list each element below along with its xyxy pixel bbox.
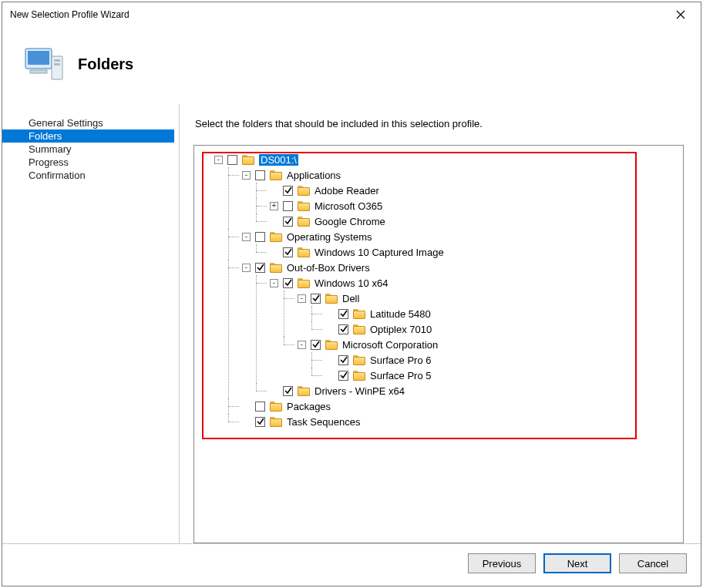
folder-icon (353, 370, 365, 381)
checkbox[interactable] (283, 386, 293, 396)
folder-tree-panel[interactable]: -DS001:\-ApplicationsAdobe Reader+Micros… (193, 145, 684, 543)
tree-row[interactable]: Surface Pro 6 (325, 352, 432, 368)
folder-icon (270, 231, 282, 242)
checkbox[interactable] (255, 417, 265, 427)
checkbox[interactable] (255, 232, 265, 242)
tree-node: -Operating SystemsWindows 10 Captured Im… (228, 229, 680, 260)
collapse-icon[interactable]: - (242, 264, 251, 272)
tree-node: -ApplicationsAdobe Reader+Microsoft O365… (228, 167, 680, 229)
tree-node-label[interactable]: Adobe Reader (314, 185, 379, 197)
tree-row[interactable]: Latitude 5480 (325, 306, 431, 321)
tree-node-label[interactable]: Drivers - WinPE x64 (314, 385, 405, 397)
wizard-footer: Previous Next Cancel (2, 543, 701, 586)
sidebar-item-general-settings[interactable]: General Settings (2, 116, 174, 129)
next-button[interactable]: Next (543, 553, 611, 573)
svg-rect-4 (54, 59, 60, 62)
svg-rect-2 (30, 70, 47, 73)
collapse-icon[interactable]: - (214, 156, 223, 164)
tree-row[interactable]: -Microsoft Corporation (298, 337, 438, 352)
computer-icon (22, 42, 66, 86)
tree-row[interactable]: Windows 10 Captured Image (270, 244, 444, 260)
checkbox[interactable] (338, 371, 348, 381)
content-area: Select the folders that should be includ… (180, 104, 701, 543)
tree-row[interactable]: Packages (242, 398, 331, 414)
folder-icon (270, 416, 282, 427)
instruction-text: Select the folders that should be includ… (195, 118, 684, 129)
folder-icon (353, 324, 365, 334)
collapse-icon[interactable]: - (298, 294, 306, 303)
tree-node-label[interactable]: Microsoft Corporation (342, 339, 438, 351)
close-button[interactable] (665, 4, 696, 25)
tree-node: +Microsoft O365 (256, 198, 680, 213)
sidebar-item-summary[interactable]: Summary (2, 143, 174, 156)
checkbox[interactable] (311, 294, 321, 304)
tree-node-label[interactable]: Microsoft O365 (314, 200, 382, 212)
tree-node-label[interactable]: Windows 10 Captured Image (314, 247, 444, 258)
checkbox[interactable] (283, 247, 293, 257)
tree-node-label[interactable]: Surface Pro 6 (370, 354, 432, 366)
tree-node: Surface Pro 6 (311, 352, 680, 368)
tree-node: -Windows 10 x64-DellLatitude 5480Optiple… (256, 275, 680, 383)
checkbox[interactable] (311, 340, 321, 350)
checkbox[interactable] (283, 201, 293, 211)
tree-row[interactable]: Task Sequences (242, 414, 360, 429)
previous-button[interactable]: Previous (468, 553, 536, 573)
tree-row[interactable]: +Microsoft O365 (270, 198, 382, 213)
checkbox[interactable] (338, 324, 348, 334)
tree-row[interactable]: Google Chrome (270, 213, 385, 229)
tree-node-label[interactable]: Packages (287, 401, 331, 412)
tree-row[interactable]: -Operating Systems (242, 229, 372, 244)
wizard-window: New Selection Profile Wizard Folders Gen… (2, 2, 701, 586)
checkbox[interactable] (338, 355, 348, 365)
tree-node-label[interactable]: Google Chrome (314, 216, 385, 227)
collapse-icon[interactable]: - (242, 233, 251, 241)
tree-row[interactable]: Adobe Reader (270, 183, 379, 198)
checkbox[interactable] (283, 186, 293, 196)
checkbox[interactable] (227, 155, 237, 165)
tree-node: Windows 10 Captured Image (256, 244, 680, 260)
tree-node-label[interactable]: Applications (287, 170, 341, 181)
folder-icon (298, 216, 310, 227)
tree-node: Google Chrome (256, 213, 680, 229)
sidebar-item-folders[interactable]: Folders (2, 129, 174, 143)
tree-node-label[interactable]: Operating Systems (287, 231, 372, 243)
checkbox[interactable] (255, 263, 265, 273)
tree-node-label[interactable]: DS001:\ (259, 154, 298, 166)
checkbox[interactable] (255, 170, 265, 180)
tree-row[interactable]: Optiplex 7010 (325, 321, 432, 337)
tree-node-label[interactable]: Latitude 5480 (370, 308, 431, 320)
collapse-icon[interactable]: - (298, 341, 306, 349)
titlebar: New Selection Profile Wizard (2, 2, 701, 27)
checkbox[interactable] (255, 402, 265, 412)
tree-node: -DellLatitude 5480Optiplex 7010 (284, 291, 680, 337)
folder-icon (353, 354, 365, 365)
tree-row[interactable]: -Dell (298, 291, 359, 306)
collapse-icon[interactable]: - (270, 279, 278, 287)
sidebar-item-confirmation[interactable]: Confirmation (2, 169, 174, 182)
tree-node-label[interactable]: Optiplex 7010 (370, 324, 432, 335)
tree-node-label[interactable]: Dell (342, 293, 359, 304)
tree-row[interactable]: -DS001:\ (214, 152, 298, 167)
window-title: New Selection Profile Wizard (10, 9, 130, 20)
tree-node-label[interactable]: Surface Pro 5 (370, 370, 432, 381)
folder-tree[interactable]: -DS001:\-ApplicationsAdobe Reader+Micros… (197, 152, 680, 429)
folder-icon (298, 200, 310, 211)
checkbox[interactable] (283, 278, 293, 288)
wizard-body: General SettingsFoldersSummaryProgressCo… (2, 104, 701, 543)
collapse-icon[interactable]: - (242, 171, 251, 180)
tree-node-label[interactable]: Out-of-Box Drivers (287, 262, 370, 274)
folder-icon (298, 277, 310, 288)
tree-row[interactable]: Drivers - WinPE x64 (270, 383, 405, 398)
tree-row[interactable]: Surface Pro 5 (325, 368, 432, 383)
sidebar-item-progress[interactable]: Progress (2, 156, 174, 169)
checkbox[interactable] (283, 217, 293, 227)
tree-row[interactable]: -Windows 10 x64 (270, 275, 388, 291)
tree-node-label[interactable]: Task Sequences (287, 416, 360, 428)
cancel-button[interactable]: Cancel (619, 553, 687, 573)
tree-node-label[interactable]: Windows 10 x64 (314, 277, 388, 289)
tree-row[interactable]: -Out-of-Box Drivers (242, 260, 370, 275)
checkbox[interactable] (338, 309, 348, 319)
folder-icon (325, 293, 338, 304)
expand-icon[interactable]: + (270, 202, 278, 210)
tree-row[interactable]: -Applications (242, 167, 341, 183)
